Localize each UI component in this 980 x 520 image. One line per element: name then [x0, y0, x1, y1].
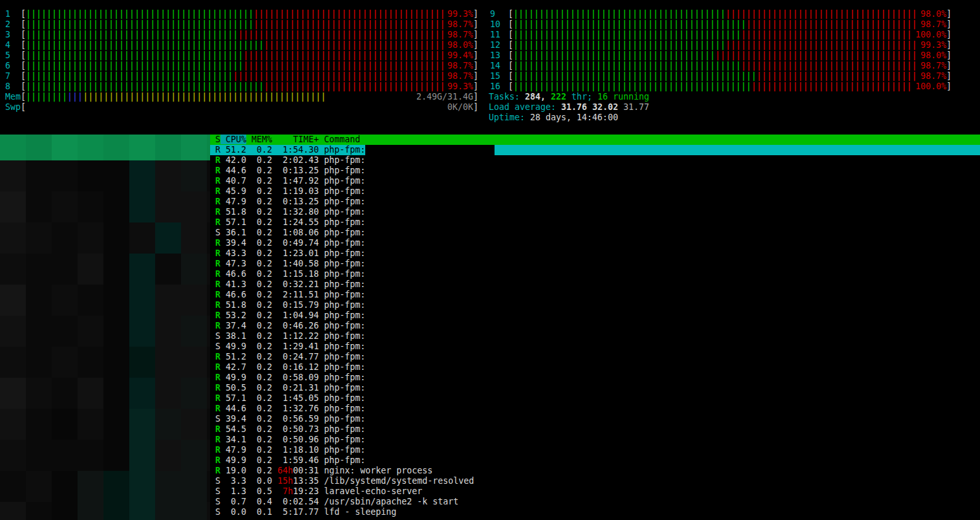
redaction-mosaic-row — [0, 347, 210, 378]
state-cell: R — [215, 248, 220, 258]
redaction-block — [129, 471, 155, 502]
cpu-meter-label: 10 — [489, 19, 508, 30]
cpu-meter-9: 9[||||||||||||||||||||||||||||||||||||||… — [489, 9, 952, 19]
cpu-bar-kernel-segment: ||||||||||||||||||||||||||||||||||||||||… — [233, 71, 473, 81]
cpu-meter-2: 2[||||||||||||||||||||||||||||||||||||||… — [0, 19, 478, 30]
command-cell: laravel-echo-server — [324, 486, 422, 496]
time-cell: 1:32.76 — [282, 404, 319, 413]
state-cell: R — [215, 466, 220, 475]
redaction-block — [181, 160, 207, 191]
cpu-meter-4: 4[||||||||||||||||||||||||||||||||||||||… — [0, 40, 478, 50]
mem-cell: 0.2 — [251, 279, 272, 289]
cpu-bar-user-segment: ||||||||||||||||||||||||||||||||||||||||… — [513, 9, 725, 19]
cpu-cell: 46.6 — [226, 290, 246, 299]
time-cell: 1:08.06 — [282, 228, 319, 237]
redaction-block — [207, 285, 210, 316]
command-cell: lfd - sleeping — [324, 507, 396, 517]
redaction-block — [155, 347, 181, 378]
redaction-block — [155, 191, 181, 222]
time-cell: 19:23 — [293, 486, 319, 496]
time-cell: 1:23.01 — [282, 248, 319, 258]
state-cell: S — [215, 497, 220, 506]
redaction-block — [181, 471, 207, 502]
redaction-block — [155, 316, 181, 347]
mem-cell: 0.5 — [251, 486, 272, 496]
cpu-cell: 44.6 — [226, 404, 246, 413]
redaction-block — [0, 191, 26, 222]
tasks-summary: Tasks: 284, 222 thr; 16 running — [489, 92, 952, 102]
command-cell: php-fpm: — [324, 279, 365, 289]
state-cell: S — [215, 341, 220, 351]
column-header-time[interactable]: TIME+ — [293, 135, 319, 144]
command-cell: php-fpm: — [324, 155, 365, 165]
state-cell: R — [215, 424, 220, 434]
redaction-block — [103, 502, 129, 520]
cpu-cell: 46.6 — [226, 269, 246, 279]
meter-open-bracket: [ — [21, 71, 26, 81]
cpu-meter-percent: 99.4% — [445, 50, 473, 61]
mem-cell: 0.2 — [251, 445, 272, 455]
meter-close-bracket: ] — [946, 30, 952, 40]
column-header-mem[interactable]: MEM% — [251, 135, 272, 144]
memory-meter-label: Mem — [0, 92, 21, 102]
cpu-meter-7: 7[||||||||||||||||||||||||||||||||||||||… — [0, 71, 478, 81]
redaction-mosaic-row — [0, 378, 210, 409]
cpu-meter-14: 14[|||||||||||||||||||||||||||||||||||||… — [489, 61, 952, 71]
mem-cell: 0.2 — [251, 352, 272, 362]
mem-cell: 0.2 — [251, 455, 272, 465]
redaction-block — [52, 502, 78, 520]
cpu-bar-user-segment: ||||||||||||||||||||||||||||||||||||||||… — [513, 40, 725, 50]
cpu-meter-bar: ||||||||||||||||||||||||||||||||||||||||… — [513, 81, 946, 92]
redaction-block — [207, 409, 210, 440]
command-cell: php-fpm: — [324, 383, 365, 393]
cpu-bar-user-segment: ||||||||||||||||||||||||||||||||||||||||… — [513, 19, 746, 29]
redaction-block — [155, 409, 181, 440]
redaction-block — [0, 254, 26, 285]
time-cell: 1:24.55 — [282, 217, 319, 227]
mem-cell: 0.2 — [251, 228, 272, 237]
load-15min: 31.77 — [623, 102, 649, 112]
redaction-block — [129, 285, 155, 316]
cpu-meter-bar: ||||||||||||||||||||||||||||||||||||||||… — [513, 40, 946, 50]
cpu-meter-6: 6[||||||||||||||||||||||||||||||||||||||… — [0, 61, 478, 71]
cpu-meter-label: 12 — [489, 40, 508, 50]
cpu-cell: 45.9 — [226, 186, 246, 196]
mem-cell: 0.2 — [251, 331, 272, 341]
state-cell: R — [215, 207, 220, 217]
cpu-meter-percent: 99.3% — [919, 40, 946, 50]
swap-usage-text: 0K/0K — [445, 102, 473, 113]
cpu-bar-kernel-segment: ||||||||||||||||||||||||||||||||||||||||… — [715, 50, 946, 60]
command-cell: php-fpm: — [324, 228, 365, 237]
time-cell: 0:13.25 — [282, 197, 319, 206]
time-cell: 1:18.10 — [282, 445, 319, 455]
mem-cell: 0.2 — [251, 248, 272, 258]
cpu-cell: 3.3 — [226, 476, 246, 486]
command-cell: php-fpm: — [324, 404, 365, 413]
meter-close-bracket: ] — [946, 9, 952, 19]
meters-right-column: 9[||||||||||||||||||||||||||||||||||||||… — [489, 9, 952, 123]
cpu-bar-kernel-segment: ||||||||||||||||||||||||||||||||||||||||… — [264, 81, 473, 91]
redaction-block — [26, 160, 52, 191]
time-cell: 0:56.59 — [282, 414, 319, 424]
mem-cell: 0.1 — [251, 507, 272, 517]
cpu-cell: 36.1 — [226, 228, 246, 237]
command-cell: php-fpm: — [324, 341, 365, 351]
command-cell: php-fpm: — [324, 362, 365, 372]
redaction-block — [0, 347, 26, 378]
column-header-command[interactable]: Command — [324, 135, 360, 144]
cpu-cell: 47.3 — [226, 259, 246, 268]
redaction-block — [129, 135, 155, 160]
meter-open-bracket: [ — [508, 61, 513, 71]
meters-left-column: 1[||||||||||||||||||||||||||||||||||||||… — [0, 9, 478, 113]
cpu-cell: 19.0 — [226, 466, 246, 475]
cpu-meter-16: 16[|||||||||||||||||||||||||||||||||||||… — [489, 81, 952, 92]
state-cell: R — [215, 166, 220, 175]
column-header-state[interactable]: S — [215, 135, 220, 144]
column-header-cpu-sorted[interactable]: CPU% — [220, 135, 246, 144]
mem-cell: 0.2 — [251, 145, 272, 155]
cpu-bar-kernel-segment: ||||||||||||||||||||||||||||||||||||||||… — [725, 40, 946, 50]
state-cell: R — [215, 145, 220, 155]
tasks-running: 16 running — [597, 92, 649, 102]
redaction-block — [78, 471, 103, 502]
redacted-region — [0, 135, 210, 520]
